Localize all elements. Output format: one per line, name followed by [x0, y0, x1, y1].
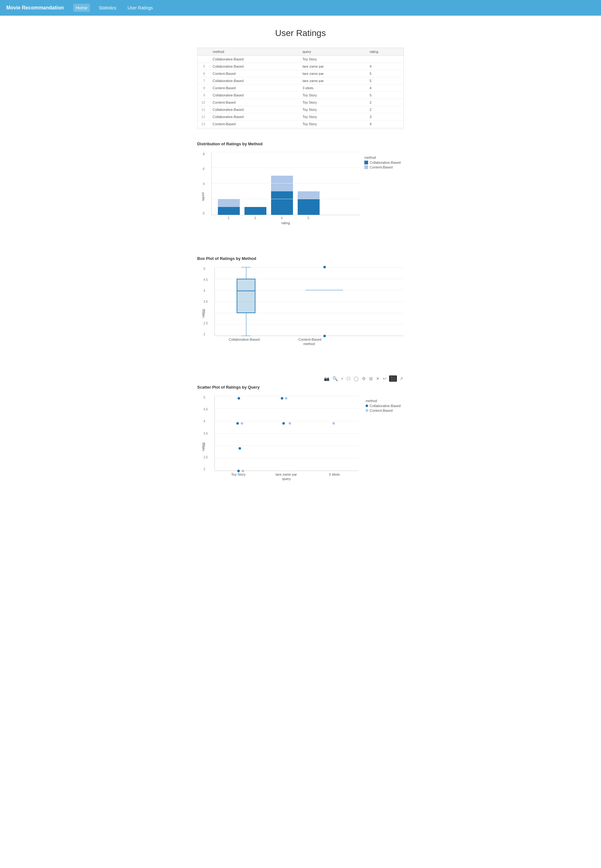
cell-method: Content-Based — [209, 99, 299, 106]
bar-stack-4 — [271, 176, 293, 215]
table-row: 7 Collaborative-Based tare zame par 5 — [198, 77, 403, 84]
scatter-legend-collab-label: Collaborative-Based — [370, 404, 401, 408]
bar-x-axis-title: rating — [211, 221, 360, 225]
toolbar-camera-icon[interactable]: 📷 — [323, 376, 330, 382]
scatter-x-label-toy: Toy Story — [214, 472, 262, 476]
bar-group-5 — [298, 191, 320, 215]
navbar-links: Home Statistics User Ratings — [73, 4, 155, 12]
bar-content-4 — [271, 176, 293, 191]
scatter-dot-9 — [282, 422, 285, 425]
toolbar-undo-icon[interactable]: ↩ — [382, 376, 387, 382]
navbar-brand: Movie Recommandation — [6, 5, 64, 11]
cell-rating: 3 — [366, 113, 403, 121]
bar-legend-content: Content-Based — [365, 165, 401, 169]
table-row: 6 Content-Based tare zame par 5 — [198, 70, 403, 77]
scatter-x-title: query — [214, 477, 358, 481]
bar-stack-3 — [244, 207, 266, 215]
toolbar-bubble-icon[interactable]: ◯ — [353, 376, 359, 382]
boxplot-x-label-content: Content-Based — [274, 338, 346, 341]
toolbar-zoom-icon[interactable]: 🔍 — [332, 376, 339, 382]
grid-line-8 — [212, 152, 360, 152]
toolbar-cross-icon[interactable]: ✕ — [375, 376, 380, 382]
toolbar-expand-icon[interactable]: ↗ — [399, 376, 404, 382]
scatter-x-label-tare: tare zame par — [262, 472, 310, 476]
cell-method: Collaborative-Based — [209, 92, 299, 99]
scatter-dot-5 — [237, 470, 240, 472]
cell-method: Content-Based — [209, 70, 299, 77]
scatter-legend-collab-dot — [366, 405, 368, 407]
page-title: User Ratings — [197, 28, 404, 38]
cell-query: tare zame par — [299, 63, 366, 70]
sg-y4 — [215, 421, 358, 421]
cell-id — [198, 56, 209, 63]
table-row: 5 Collaborative-Based tare zame par 4 — [198, 63, 403, 70]
cell-method: Collaborative-Based — [209, 56, 299, 63]
cell-query: Toy Story — [299, 56, 366, 63]
cell-rating: 5 — [366, 77, 403, 84]
cell-method: Collaborative-Based — [209, 77, 299, 84]
bar-collab-3 — [244, 207, 266, 215]
toolbar-rect-icon[interactable]: ☐ — [346, 376, 351, 382]
ratings-table-container[interactable]: method query rating Collaborative-Based … — [197, 47, 404, 129]
scatter-dot-3 — [241, 422, 243, 425]
boxplot-collab-cap-upper — [241, 267, 251, 267]
toolbar-grid-icon[interactable]: ⊞ — [368, 376, 374, 382]
scatter-dot-1 — [238, 397, 240, 400]
toolbar-active-icon[interactable]: ⬛ — [389, 376, 397, 382]
bar-content-2 — [218, 199, 240, 207]
scatter-title: Scatter Plot of Ratings by Query — [197, 385, 404, 390]
bar-x-label-4: 4 — [271, 216, 293, 220]
bar-legend-content-label: Content-Based — [370, 165, 392, 169]
bar-collab-5 — [298, 199, 320, 215]
scatter-legend-title: method — [366, 399, 401, 403]
boxplot-title: Box Plot of Ratings by Method — [197, 256, 404, 261]
cell-rating: 4 — [366, 121, 403, 128]
cell-query: Toy Story — [299, 113, 366, 121]
col-header-query: query — [299, 48, 366, 56]
scatter-legend-collab: Collaborative-Based — [366, 404, 401, 408]
sg-y35 — [215, 433, 358, 434]
nav-link-home[interactable]: Home — [73, 4, 90, 12]
grid-line-4 — [212, 183, 360, 183]
toolbar-settings-icon[interactable]: ⚙ — [361, 376, 366, 382]
nav-link-statistics[interactable]: Statistics — [96, 4, 119, 12]
bar-group-3 — [244, 207, 266, 215]
boxplot-collab-whisker-lower — [246, 313, 246, 336]
table-row: 8 Content-Based 3 idiots 4 — [198, 84, 403, 92]
cell-method: Collaborative-Based — [209, 113, 299, 121]
cell-rating: 5 — [366, 70, 403, 77]
boxplot-collab-whisker-upper — [246, 267, 246, 279]
bar-group-4 — [271, 176, 293, 215]
bar-chart-section: Distribution of Ratings by Method count … — [197, 142, 404, 240]
cell-rating: 2 — [366, 106, 403, 113]
bar-collab-2 — [218, 207, 240, 215]
bar-x-label-2: 2 — [218, 216, 239, 220]
cell-id: 6 — [198, 70, 209, 77]
bar-chart-title: Distribution of Ratings by Method — [197, 142, 404, 146]
scatter-section: Scatter Plot of Ratings by Query rating … — [197, 385, 404, 498]
cell-query: tare zame par — [299, 70, 366, 77]
table-row: 10 Content-Based Toy Story 2 — [198, 99, 403, 106]
bar-x-labels: 2 3 4 5 — [211, 216, 360, 220]
cell-id: 9 — [198, 92, 209, 99]
cell-rating: 5 — [366, 92, 403, 99]
cell-rating: 2 — [366, 99, 403, 106]
bar-legend-collab: Collaborative-Based — [365, 160, 401, 164]
bar-stack-2 — [218, 199, 240, 215]
scatter-dot-2 — [236, 422, 239, 425]
cell-rating — [366, 56, 403, 63]
scatter-legend-content-label: Content-Based — [370, 409, 392, 413]
cell-query: Toy Story — [299, 106, 366, 113]
boxplot-collab-box — [236, 279, 255, 313]
cell-rating: 4 — [366, 84, 403, 92]
toolbar-plus-icon[interactable]: + — [340, 376, 344, 382]
cell-id: 8 — [198, 84, 209, 92]
bar-legend-content-color — [365, 165, 368, 169]
page-content: User Ratings method query rating Collabo… — [191, 16, 410, 526]
grid-line-2 — [212, 199, 360, 199]
cell-method: Content-Based — [209, 84, 299, 92]
nav-link-user-ratings[interactable]: User Ratings — [125, 4, 155, 12]
scatter-legend-content: Content-Based — [366, 409, 401, 413]
table-row: Collaborative-Based Toy Story — [198, 56, 403, 63]
scatter-dot-11 — [333, 422, 335, 425]
